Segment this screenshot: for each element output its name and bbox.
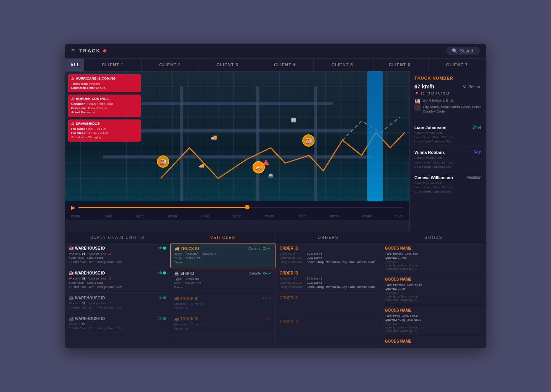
goods2-type: Type: Furniture	[385, 283, 406, 286]
menu-icon[interactable]: ≡	[71, 47, 75, 54]
wh2-pallet-time: 1 Pallet Time: 12m	[69, 285, 94, 289]
driver2-status: Rest	[473, 150, 481, 154]
alert-hurricane-title: Hurricane is coming	[76, 77, 116, 80]
wh1-output-rate: Output Rate:	[87, 256, 104, 260]
vc1-type: Type:	[174, 252, 182, 256]
wh4-status-dot	[163, 317, 166, 320]
vc4-drivers: Drivers: 2	[191, 323, 204, 326]
wh1-icon: 🏭	[69, 246, 73, 250]
driver3-info: Some Personal Data:Lorem Ipsum Dolor Sit…	[414, 181, 481, 194]
vehicle-card-3[interactable]: 🚚 TRUCK ID Ok ✔ Emission: Drivers: 2 Pal…	[170, 293, 275, 314]
wh4-pallet-time: 1 Pallet Time: 12m	[69, 327, 94, 330]
supply-chain-col: SUPLY CHAIN UNIT ID 🏭 WAREHOUSE ID Ok Wo…	[65, 232, 170, 349]
map-marker-truck1[interactable]: 🚚	[253, 161, 265, 173]
orders-header: ORDERS	[276, 232, 381, 243]
alert-drawbridge-warning-icon: ⚠	[71, 122, 74, 126]
vc1-location: Canada	[248, 247, 261, 250]
truck-stats: 67 km/h ⊙ 256 km	[414, 83, 481, 90]
vehicle-card-4[interactable]: 🚚 TRUCK ID ⚠ Alert Emission: Drivers: 2 …	[170, 314, 275, 335]
tab-client4[interactable]: CLIENT 4	[256, 59, 314, 71]
play-button[interactable]: ▶	[71, 204, 75, 211]
tab-client7[interactable]: CLIENT 7	[429, 59, 486, 71]
timeline-progress	[78, 207, 247, 208]
vc1-icon: 🚚	[174, 247, 179, 251]
vc1-status: Ok ✔	[262, 247, 271, 250]
tab-client6[interactable]: CLIENT 6	[371, 59, 429, 71]
wh3-status-dot	[163, 296, 166, 299]
wh4-icon: 🏭	[69, 317, 73, 321]
warehouse-icon: 🏭	[414, 98, 420, 104]
map-building-icon: 🏢	[291, 117, 297, 122]
vc3-icon: 🚚	[174, 296, 179, 301]
wh2-input-rate: Input Rate:	[69, 281, 84, 284]
alert-drawbridge-body: For Cars: 4 A.M. - 11 P.M. For Ships: 11…	[71, 127, 138, 140]
vc4-alert: ⚠ Alert	[261, 317, 272, 321]
driver1-info: Some Personal Data:Lorem Ipsum Dolor Sit…	[414, 131, 481, 144]
truck-speed: 67 km/h	[414, 83, 434, 90]
warehouse-icon-box	[414, 105, 421, 111]
tl-0100: 01:00	[104, 214, 112, 218]
orders-col: ORDERS ORDER ID Sours SCU SCU Name Desti…	[276, 232, 381, 349]
goods3-type: Type: Food	[385, 314, 400, 317]
search-icon: 🔍	[452, 48, 458, 54]
goods-col: GOODS GOODS NAME Type: Electric Cost: $2…	[381, 232, 486, 349]
driver2-name: Wilma Robbins	[414, 150, 445, 155]
tab-client2[interactable]: CLIENT 2	[142, 59, 199, 71]
tab-client5[interactable]: CLIENT 5	[314, 59, 371, 71]
vehicle-card-1[interactable]: 🚚 TRUCK ID Canada Ok ✔ Type: Emission: D…	[170, 243, 275, 268]
timeline-thumb	[245, 205, 249, 209]
tl-0000: 00:00	[71, 214, 80, 218]
right-panel: TRUCK NUMBER 67 km/h ⊙ 256 km 📍 12.1213 …	[409, 71, 486, 232]
vc2-owner: Owner	[174, 286, 183, 289]
track-label: TRACK	[79, 48, 106, 54]
vc1-pallets: Pallets: 99	[186, 256, 200, 260]
order4-title: ORDER ID	[280, 320, 377, 324]
tab-client1[interactable]: CLIENT 1	[84, 59, 142, 71]
vehicles-header: VEHICLES	[170, 232, 275, 243]
map-marker-warehouse1[interactable]: 🏭	[157, 155, 169, 168]
goods1-desc: Description:Lorem Ipsum Dolor Sit Amet,C…	[385, 260, 482, 271]
map-marker-warehouse2[interactable]: 🏭	[302, 134, 315, 147]
warehouse-card-3: 🏭 WAREHOUSE ID Ok Workers: 56 Workers Si…	[65, 293, 170, 314]
timeline-bar[interactable]	[78, 207, 403, 208]
order3-title: ORDER ID	[280, 296, 377, 300]
goods2-desc: Description:Lorem Ipsum Dolor Sit Amet,C…	[385, 291, 482, 302]
tab-client3[interactable]: CLIENT 3	[199, 59, 256, 71]
goods-card-2: GOODS NAME Type: Furniture Cost: $245 Qu…	[381, 274, 486, 305]
tl-1000: 10:00	[395, 214, 403, 218]
vehicle-card-2[interactable]: 🚢 SHIP ID Canada Ok ✔ Type: Emission: Co…	[170, 268, 275, 293]
vc4-icon: 🚚	[174, 317, 179, 321]
search-bar[interactable]: 🔍 Search	[447, 47, 480, 55]
tab-all[interactable]: ALL	[65, 59, 84, 71]
vc1-cost: Cost:	[174, 256, 182, 260]
goods-header: GOODS	[381, 232, 486, 243]
search-placeholder: Search	[460, 48, 474, 54]
driver3-status: Vacation	[467, 175, 481, 180]
vc1-emission: Emission:	[186, 252, 199, 256]
wh1-input-rate: Input Rate:	[69, 256, 84, 260]
supply-chain-header: SUPLY CHAIN UNIT ID	[65, 232, 170, 243]
goods3-quantity: Quantity: 40 kg Total: $800	[385, 318, 421, 322]
tl-0200: 02:00	[136, 214, 145, 218]
wh2-workers: Workers: 56	[69, 277, 85, 280]
vc1-title: TRUCK ID	[181, 247, 199, 251]
bottom-section: SUPLY CHAIN UNIT ID 🏭 WAREHOUSE ID Ok Wo…	[65, 232, 486, 349]
wh2-output-rate: Output Rate:	[87, 281, 104, 284]
vc1-drivers: Drivers: 2	[203, 252, 216, 256]
goods1-type: Type: Electric	[385, 252, 403, 255]
wh3-avg-time: Avarge Time: 12m	[97, 306, 122, 309]
vc2-status: Ok ✔	[263, 271, 271, 275]
client-tabs: ALL CLIENT 1 CLIENT 2 CLIENT 3 CLIENT 4 …	[65, 59, 486, 71]
driver1-name: Liam Johansom	[414, 125, 447, 130]
vc4-pallets: Pallets: 99	[174, 327, 188, 330]
wh2-workers-sick: Workers Sick: 11	[88, 277, 111, 280]
warehouse-card-2: 🏭 WAREHOUSE ID Ok Workers: 56 Workers Si…	[65, 268, 170, 293]
alert-hurricane-body: Traffic Ban: Possible Estimated Time: 12…	[71, 82, 138, 90]
goods1-quantity: Quantity: 1 Pack	[385, 256, 408, 260]
vehicles-col: VEHICLES 🚚 TRUCK ID Canada Ok ✔ Type: Em…	[170, 232, 276, 349]
warehouse-card-4: 🏭 WAREHOUSE ID Ok Workers: 56 1 Pallet T…	[65, 314, 170, 334]
wh3-workers-sick: Workers Sick: 11	[88, 302, 111, 305]
vc1-owner: Owner	[174, 261, 184, 264]
driver-card-1: Liam Johansom Drive Some Personal Data:L…	[414, 122, 481, 147]
goods-card-3: GOODS NAME Type: Food Cost: $5/Kg Quanti…	[381, 305, 486, 336]
